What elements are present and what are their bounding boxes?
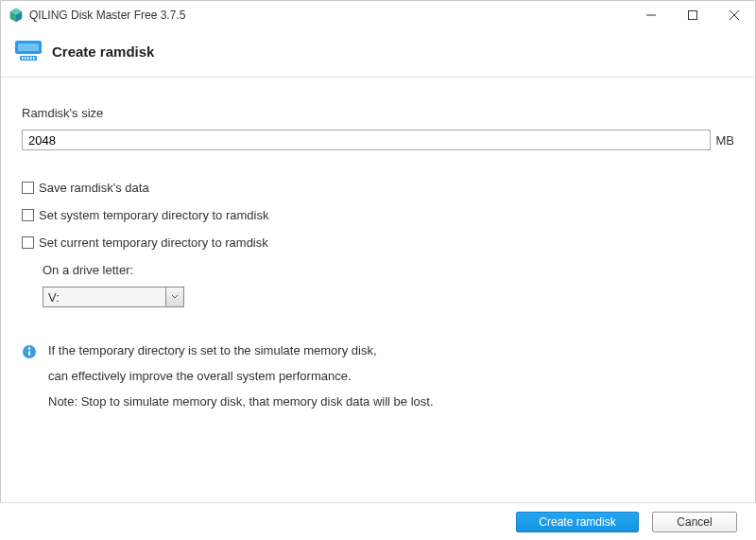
- svg-rect-17: [28, 351, 30, 356]
- svg-rect-4: [689, 11, 697, 20]
- drive-label: On a drive letter:: [43, 263, 734, 277]
- size-unit: MB: [716, 133, 735, 148]
- minimize-button[interactable]: [630, 1, 672, 29]
- cancel-button[interactable]: Cancel: [652, 512, 737, 532]
- titlebar: QILING Disk Master Free 3.7.5: [1, 1, 755, 29]
- system-temp-label: Set system temporary directory to ramdis…: [39, 208, 268, 222]
- ramdisk-icon: [14, 39, 43, 63]
- close-button[interactable]: [713, 1, 755, 29]
- checkbox-icon[interactable]: [22, 236, 34, 249]
- info-line-1: If the temporary directory is set to the…: [48, 343, 434, 357]
- info-icon: [22, 344, 37, 359]
- page-header: Create ramdisk: [1, 29, 755, 78]
- size-label: Ramdisk's size: [22, 106, 734, 120]
- checkbox-icon[interactable]: [22, 182, 34, 194]
- svg-point-16: [28, 347, 30, 349]
- system-temp-option[interactable]: Set system temporary directory to ramdis…: [22, 208, 734, 222]
- checkbox-icon[interactable]: [22, 209, 34, 221]
- page-title: Create ramdisk: [52, 44, 154, 60]
- drive-select[interactable]: V:: [43, 287, 184, 307]
- current-temp-label: Set current temporary directory to ramdi…: [39, 235, 268, 250]
- window-controls: [630, 1, 755, 29]
- save-data-option[interactable]: Save ramdisk's data: [22, 181, 734, 195]
- chevron-down-icon[interactable]: [165, 287, 184, 307]
- info-line-2: can effectively improve the overall syst…: [48, 369, 434, 383]
- content-area: Ramdisk's size MB Save ramdisk's data Se…: [1, 78, 755, 418]
- info-line-3: Note: Stop to simulate memory disk, that…: [48, 394, 434, 409]
- footer: Create ramdisk Cancel: [0, 502, 756, 540]
- svg-rect-10: [22, 57, 24, 60]
- app-icon: [9, 8, 24, 23]
- maximize-button[interactable]: [672, 1, 713, 29]
- current-temp-option[interactable]: Set current temporary directory to ramdi…: [22, 235, 734, 250]
- drive-section: On a drive letter: V:: [43, 263, 734, 307]
- svg-rect-8: [18, 44, 39, 51]
- info-block: If the temporary directory is set to the…: [22, 343, 734, 409]
- svg-rect-12: [27, 57, 29, 60]
- info-lines: If the temporary directory is set to the…: [48, 343, 434, 409]
- svg-rect-11: [25, 57, 26, 60]
- window-title: QILING Disk Master Free 3.7.5: [29, 9, 630, 22]
- svg-rect-13: [30, 57, 32, 60]
- save-data-label: Save ramdisk's data: [39, 181, 149, 195]
- size-input[interactable]: [22, 130, 711, 150]
- svg-rect-14: [33, 57, 35, 60]
- size-row: MB: [22, 130, 734, 150]
- drive-select-value[interactable]: V:: [43, 287, 165, 307]
- create-ramdisk-button[interactable]: Create ramdisk: [516, 512, 639, 532]
- drive-select-row: V:: [43, 287, 734, 307]
